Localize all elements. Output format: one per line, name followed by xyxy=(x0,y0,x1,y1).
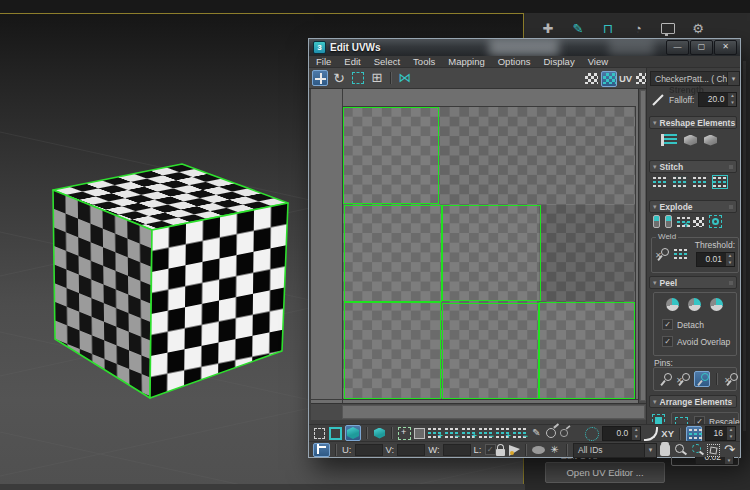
threshold-spinner[interactable]: 0.01 ▲▼ xyxy=(696,252,735,267)
motion-tab-icon[interactable]: ◔ xyxy=(629,19,647,37)
straighten-tool-icon[interactable] xyxy=(684,135,697,146)
dialog-titlebar[interactable]: 3 Edit UVWs — ▢ ✕ xyxy=(309,39,740,56)
menu-mapping[interactable]: Mapping xyxy=(448,56,484,67)
filter-selected-faces-icon[interactable] xyxy=(532,446,545,454)
texture-picker-dropdown[interactable]: CheckerPatt... ( Checker ) ▾ xyxy=(650,71,740,86)
show-map-active-toggle[interactable] xyxy=(601,71,617,87)
zoom-region-icon[interactable] xyxy=(690,443,704,457)
filter-faces-icon[interactable] xyxy=(509,445,520,456)
freeform-mode-button[interactable]: ⊞ xyxy=(369,70,385,86)
uv-shell[interactable] xyxy=(442,303,539,399)
shrink-selection-button[interactable] xyxy=(414,428,425,439)
material-id-dropdown[interactable]: All IDs ▾ xyxy=(573,443,657,458)
menu-file[interactable]: File xyxy=(316,56,331,67)
stitch-to-target-icon[interactable] xyxy=(673,176,687,188)
menu-edit[interactable]: Edit xyxy=(344,56,360,67)
soft-selection-falloff-icon[interactable] xyxy=(585,427,599,441)
arc-rotate-icon[interactable]: ↷ xyxy=(723,444,736,457)
maximize-button[interactable]: ▢ xyxy=(690,40,713,55)
stitch-to-source-icon[interactable] xyxy=(693,176,707,188)
angle-spinner[interactable]: 0.0 ▲▼ xyxy=(602,426,641,441)
utilities-tab-gear-icon[interactable]: ⚙ xyxy=(689,19,707,37)
pelt-map-icon[interactable] xyxy=(710,298,723,311)
display-tab-monitor-icon[interactable] xyxy=(659,19,677,37)
angle-value[interactable]: 0.0 xyxy=(603,427,631,440)
falloff-curve-icon[interactable] xyxy=(644,427,658,441)
v-coordinate-field[interactable] xyxy=(397,444,425,456)
edge-subobject-button[interactable] xyxy=(329,427,342,440)
relax-tool-icon[interactable] xyxy=(661,134,677,146)
section-stitch[interactable]: ▾ Stitch xyxy=(649,160,737,173)
flatten-by-smoothing-icon[interactable] xyxy=(665,215,672,228)
uv-shell[interactable] xyxy=(344,205,442,302)
vertex-subobject-button[interactable] xyxy=(313,427,326,440)
select-column-button[interactable]: − xyxy=(513,427,527,439)
select-ring-grow-button[interactable]: + xyxy=(462,427,476,439)
section-reshape-elements[interactable]: ▾ Reshape Elements xyxy=(649,116,737,129)
flatten-by-angle-icon[interactable] xyxy=(653,215,660,228)
xy-space-toggle[interactable]: XY xyxy=(661,428,674,439)
uv-space-label[interactable]: UV xyxy=(619,73,632,84)
modify-tab-pen-icon[interactable]: ✎ xyxy=(569,19,587,37)
lock-selection-icon[interactable] xyxy=(495,443,506,457)
target-weld-icon[interactable] xyxy=(674,248,685,260)
menu-view[interactable]: View xyxy=(588,56,608,67)
menu-display[interactable]: Display xyxy=(543,56,574,67)
show-map-toggle[interactable] xyxy=(583,71,599,87)
uv-shell[interactable] xyxy=(539,302,635,399)
break-tool-icon[interactable]: ✕ xyxy=(655,247,669,261)
scrollbar-thumb[interactable] xyxy=(342,405,645,419)
flatten-checker-icon[interactable] xyxy=(693,217,704,227)
uv-edit-canvas[interactable] xyxy=(311,89,638,403)
unpin-tool-icon[interactable]: ✕ xyxy=(676,372,690,386)
canvas-horizontal-scrollbar[interactable] xyxy=(311,403,646,420)
avoid-overlap-checkbox[interactable]: ✓ xyxy=(662,336,673,347)
menu-select[interactable]: Select xyxy=(374,56,400,67)
uv-shell[interactable] xyxy=(344,302,441,399)
section-explode[interactable]: ▾ Explode xyxy=(649,200,737,213)
select-row-button[interactable]: + xyxy=(496,427,510,439)
grid-size-value[interactable]: 16 xyxy=(706,427,726,440)
brush-stroke-icon[interactable] xyxy=(652,94,663,105)
w-coordinate-field[interactable] xyxy=(443,444,471,456)
create-tab-plus-icon[interactable]: ✚ xyxy=(539,19,557,37)
section-peel[interactable]: ▾ Peel xyxy=(649,276,737,289)
paint-select-brush-button[interactable]: ✎ xyxy=(530,427,543,440)
select-element-toggle[interactable] xyxy=(373,427,386,440)
move-tool-button[interactable] xyxy=(312,70,328,86)
close-button[interactable]: ✕ xyxy=(714,40,737,55)
select-ring-shrink-button[interactable]: − xyxy=(479,427,493,439)
falloff-spinner[interactable]: 20.0 ▲▼ xyxy=(698,92,737,107)
menu-options[interactable]: Options xyxy=(498,56,531,67)
peel-mode-icon[interactable] xyxy=(688,298,701,311)
falloff-value[interactable]: 20.0 xyxy=(699,93,727,106)
mirror-tool-button[interactable]: ⋈ xyxy=(397,70,413,86)
uv-shell[interactable] xyxy=(343,107,439,204)
select-loop-shrink-button[interactable]: − xyxy=(445,427,459,439)
threshold-value[interactable]: 0.01 xyxy=(697,253,725,266)
u-coordinate-field[interactable] xyxy=(355,444,383,456)
zoom-icon[interactable] xyxy=(673,443,687,457)
explode-options-icon[interactable] xyxy=(709,215,722,228)
minimize-button[interactable]: — xyxy=(666,40,689,55)
open-uv-editor-button[interactable]: Open UV Editor ... xyxy=(545,462,665,483)
flatten-by-material-icon[interactable]: + xyxy=(677,216,688,228)
lock-aspect-checkbox[interactable]: ✓ xyxy=(485,444,496,455)
stitch-custom-icon[interactable] xyxy=(653,176,667,188)
section-arrange-elements[interactable]: ▾ Arrange Elements xyxy=(649,395,737,408)
hierarchy-tab-icon[interactable]: ⊓ xyxy=(599,19,617,37)
polygon-subobject-button-active[interactable] xyxy=(345,425,361,441)
uv-shell[interactable] xyxy=(442,205,541,301)
quick-peel-icon[interactable] xyxy=(666,298,679,311)
pan-hand-icon[interactable] xyxy=(660,444,670,456)
show-pins-toggle[interactable] xyxy=(694,371,710,387)
brush-size-down-button[interactable] xyxy=(560,429,568,437)
detach-checkbox[interactable]: ✓ xyxy=(662,319,673,330)
scale-tool-button[interactable] xyxy=(350,70,366,86)
align-tool-icon[interactable] xyxy=(704,135,717,146)
grow-selection-button[interactable] xyxy=(398,427,411,440)
rotate-tool-button[interactable]: ↻ xyxy=(331,70,347,86)
grid-size-spinner[interactable]: 16 ▲▼ xyxy=(705,426,736,441)
pin-tool-icon[interactable] xyxy=(658,372,672,386)
select-loop-grow-button[interactable]: + xyxy=(428,427,442,439)
